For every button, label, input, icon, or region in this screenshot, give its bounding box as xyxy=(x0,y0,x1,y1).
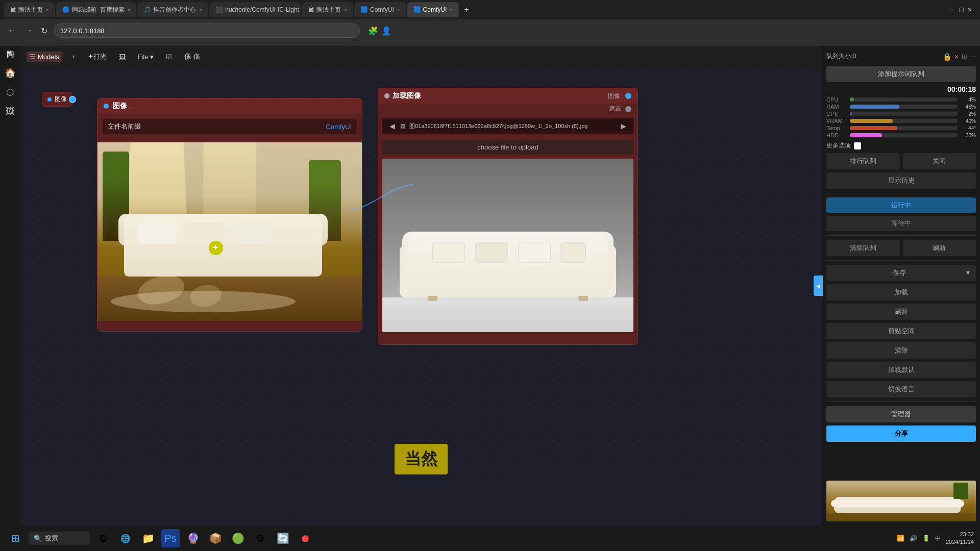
canvas-area[interactable]: 图像 图像 文件名前缀 ComfyUI xyxy=(20,67,822,525)
node-file-row[interactable]: ◀ 🖼 图01a390618f7f1511013e662a8c927f.jpg@… xyxy=(382,118,633,134)
load-defaults-button[interactable]: 加载默认 xyxy=(826,362,976,378)
stat-hdd-label: HDD xyxy=(826,132,847,138)
add-prompt-button[interactable]: 添加提示词队列 xyxy=(826,66,976,82)
more-options-row[interactable]: 更多选项 xyxy=(826,141,976,150)
clear-button[interactable]: 清除 xyxy=(826,342,976,359)
back-button[interactable]: ← xyxy=(6,24,18,37)
tab-close-6[interactable]: × xyxy=(397,7,400,13)
reset-button[interactable]: 刷新 xyxy=(903,240,976,256)
stat-ram-bar xyxy=(850,105,899,109)
sidebar-icon-1[interactable]: 陶 xyxy=(7,50,14,59)
taskbar-app9-icon[interactable]: 🔄 xyxy=(274,529,292,547)
toolbar-add[interactable]: + xyxy=(68,52,79,62)
stat-gpu-label: GPU xyxy=(826,111,847,117)
taskbar-multitasking-icon[interactable]: ⧉ xyxy=(94,529,112,547)
taskbar-search[interactable]: 🔍 搜索 xyxy=(29,532,90,545)
sidebar-icon-images[interactable]: 🖼 xyxy=(6,106,15,117)
toolbar-image-icon[interactable]: 🖼 xyxy=(116,52,129,62)
tab-5[interactable]: 🏛 陶法主页 × xyxy=(302,2,353,17)
queue-reset-row: 清除队列 刷新 xyxy=(826,240,976,256)
tab-2[interactable]: 🔵 网易邮箱_百度搜索 × xyxy=(56,2,137,17)
side-panel-toggle[interactable]: ◀ xyxy=(814,276,823,296)
clip-button[interactable]: 剪贴空间 xyxy=(826,323,976,339)
cushion-r1 xyxy=(432,242,465,263)
toolbar-file[interactable]: File ▾ xyxy=(135,52,157,62)
manager-button[interactable]: 管理器 xyxy=(826,406,976,422)
panel-expand-icon[interactable]: ⊞ xyxy=(962,53,968,61)
toolbar-models[interactable]: ☰ Models xyxy=(27,52,62,62)
models-icon: ☰ xyxy=(30,53,36,61)
tab-close-3[interactable]: × xyxy=(199,7,202,13)
tab-6[interactable]: 🟦 ComfyUI × xyxy=(354,2,406,17)
node-mini[interactable]: 图像 xyxy=(42,92,72,107)
sofa-seat-right xyxy=(407,232,608,297)
share-button[interactable]: 分享 xyxy=(826,425,976,442)
close-window-button[interactable]: × xyxy=(968,6,972,14)
sidebar-icon-home[interactable]: 🏠 xyxy=(5,67,16,79)
more-options-checkbox[interactable] xyxy=(854,142,861,149)
taskbar-ps-icon[interactable]: Ps xyxy=(161,529,180,547)
address-bar: ← → ↻ 🧩 👤 xyxy=(0,19,980,42)
load-button[interactable]: 加载 xyxy=(826,284,976,300)
close-button[interactable]: 关闭 xyxy=(903,153,976,169)
tab-close-2[interactable]: × xyxy=(128,7,131,13)
taskbar-app7-icon[interactable]: 🟢 xyxy=(229,529,247,547)
upload-button[interactable]: choose file to upload xyxy=(382,140,633,155)
floor-right xyxy=(382,297,633,332)
right-panel: 队列大小:0 🔒 × ⊞ ─ 添加提示词队列 00:00:18 CPU 4% xyxy=(822,46,980,525)
node-load-header: 加载图像 图像 xyxy=(378,88,638,104)
output-label-image: 图像 xyxy=(608,92,620,101)
cushion-3 xyxy=(232,223,272,244)
stat-hdd-bar xyxy=(850,133,882,137)
taskbar-search-icon: 🔍 xyxy=(34,535,42,542)
new-tab-button[interactable]: + xyxy=(460,3,473,16)
tab-4[interactable]: ⬛ huchenle/ComfyUI-IC-Light × xyxy=(209,2,301,17)
node-footer-left xyxy=(97,321,362,331)
thumbnail-scene xyxy=(826,481,976,521)
taskbar-stop-icon[interactable]: ⏺ xyxy=(296,529,314,547)
maximize-button[interactable]: □ xyxy=(959,6,963,14)
mini-dot xyxy=(47,97,52,102)
node-image-left: 图像 文件名前缀 ComfyUI xyxy=(97,98,362,332)
taskbar-chrome-icon[interactable]: 🌐 xyxy=(116,529,135,547)
toolbar-lighting[interactable]: ✦打光 xyxy=(85,51,110,63)
batch-button[interactable]: 排行队列 xyxy=(826,153,900,169)
tab-7[interactable]: 🟦 ComfyUI × xyxy=(407,2,459,17)
reload-button[interactable]: ↻ xyxy=(39,24,50,38)
taskbar-files-icon[interactable]: 📁 xyxy=(139,529,157,547)
stat-ram-val: 46% xyxy=(961,104,976,110)
toolbar-checkbox[interactable]: ☑ xyxy=(163,52,175,62)
toolbar-image-text[interactable]: 像 像 xyxy=(181,51,203,63)
taskbar-app6-icon[interactable]: 📦 xyxy=(206,529,225,547)
save-button[interactable]: 保存 ▾ xyxy=(826,265,976,281)
stat-hdd-val: 30% xyxy=(961,133,976,138)
taskbar-app8-icon[interactable]: ⚙ xyxy=(251,529,270,547)
address-input[interactable] xyxy=(54,23,360,38)
tab-3[interactable]: 🎵 抖音创作者中心 × xyxy=(137,2,208,17)
panel-close-icon[interactable]: × xyxy=(954,53,959,61)
switch-lang-button[interactable]: 切换语言 xyxy=(826,381,976,397)
tab-close-1[interactable]: × xyxy=(46,7,49,13)
thumb-plant xyxy=(953,483,968,499)
taskbar-app5-icon[interactable]: 🔮 xyxy=(184,529,202,547)
batch-row: 排行队列 关闭 xyxy=(826,153,976,169)
stat-cpu: CPU 4% xyxy=(826,96,976,103)
panel-lock-icon[interactable]: 🔒 xyxy=(943,53,951,61)
refresh-button[interactable]: 刷新 xyxy=(826,304,976,320)
stat-ram: RAM 46% xyxy=(826,104,976,110)
taskbar-windows-button[interactable]: ⊞ xyxy=(6,529,24,547)
minimize-button[interactable]: ─ xyxy=(950,6,955,14)
prev-file-button[interactable]: ◀ xyxy=(386,121,398,131)
sidebar-icon-nodes[interactable]: ⬡ xyxy=(6,87,14,98)
forward-button[interactable]: → xyxy=(22,24,35,37)
clear-queue-button[interactable]: 清除队列 xyxy=(826,240,900,256)
tab-close-7[interactable]: × xyxy=(450,7,453,13)
next-file-button[interactable]: ▶ xyxy=(618,121,629,131)
stat-temp-bar xyxy=(850,126,897,130)
panel-minus-icon[interactable]: ─ xyxy=(971,53,976,61)
history-button[interactable]: 显示历史 xyxy=(826,172,976,189)
tab-1[interactable]: 🏛 陶法主页 × xyxy=(4,2,55,17)
node-preview-left: + xyxy=(97,142,362,321)
cushion-r2 xyxy=(475,242,508,263)
tab-close-5[interactable]: × xyxy=(344,7,347,13)
